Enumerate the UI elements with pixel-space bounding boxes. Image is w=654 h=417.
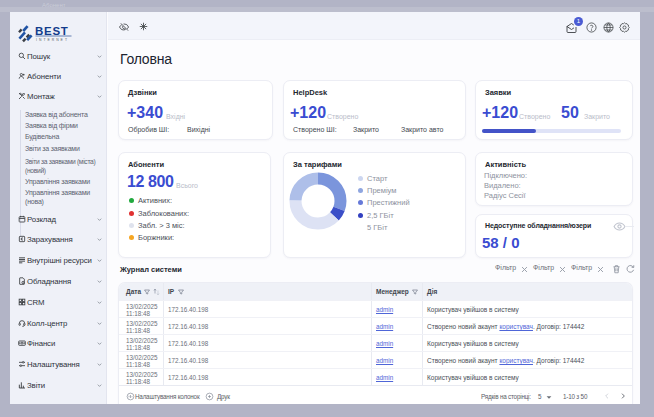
svg-text:INTERNET: INTERNET xyxy=(36,38,69,42)
svg-text:BEST: BEST xyxy=(35,25,68,37)
